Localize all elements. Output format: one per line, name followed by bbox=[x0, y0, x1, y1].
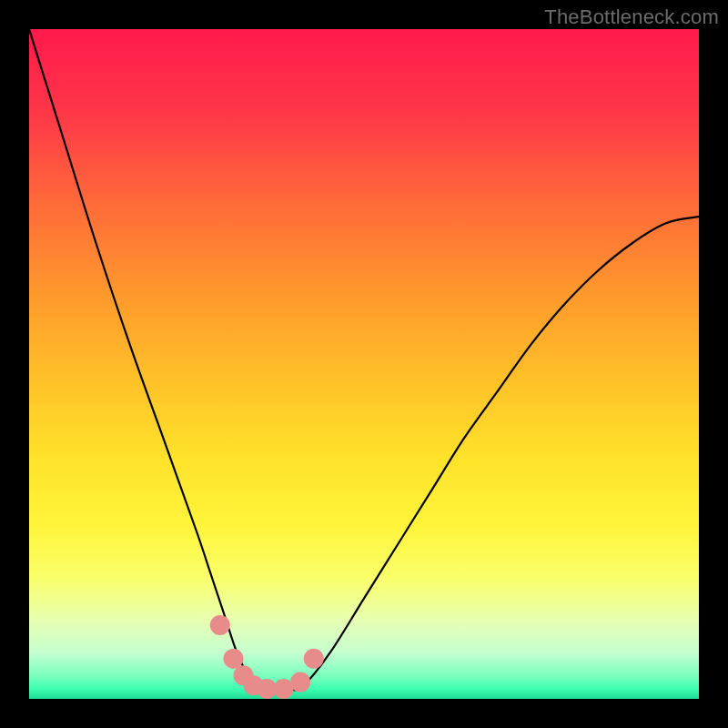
curve-line bbox=[29, 29, 699, 691]
chart-svg bbox=[29, 29, 699, 699]
highlight-dot bbox=[304, 649, 324, 669]
watermark-text: TheBottleneck.com bbox=[544, 5, 719, 29]
highlight-dot bbox=[223, 649, 243, 669]
plot-area bbox=[29, 29, 699, 699]
highlight-dot bbox=[210, 615, 230, 635]
chart-frame: TheBottleneck.com bbox=[0, 0, 728, 728]
highlight-dots bbox=[210, 615, 324, 699]
highlight-dot bbox=[290, 672, 310, 693]
